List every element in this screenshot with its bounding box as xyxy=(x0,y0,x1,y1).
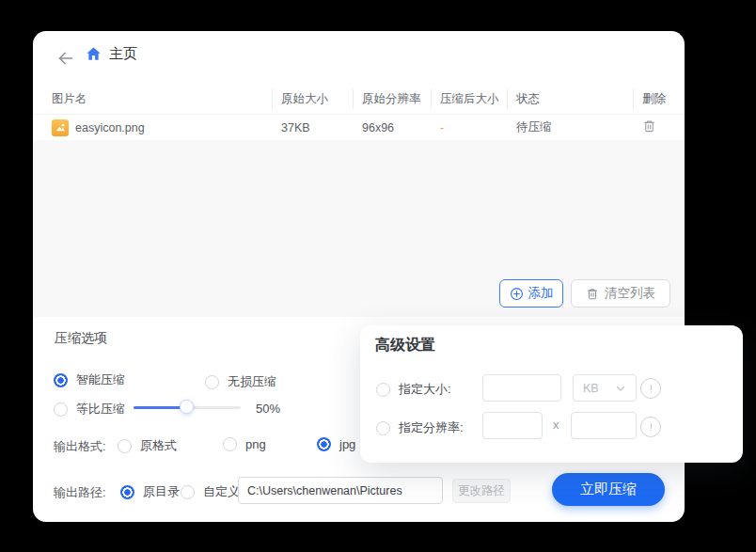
resolution-separator: x xyxy=(553,418,559,432)
radio-specify-resolution[interactable] xyxy=(376,421,390,435)
slider-handle[interactable] xyxy=(180,400,194,414)
resolution-height-input[interactable] xyxy=(571,412,637,439)
back-icon[interactable] xyxy=(55,48,76,69)
col-compressed-size: 压缩后大小 xyxy=(431,85,507,114)
file-original-size: 37KB xyxy=(272,121,353,134)
radio-format-jpg[interactable] xyxy=(317,437,331,451)
format-label: 输出格式: xyxy=(54,438,106,455)
path-original[interactable]: 原目录 xyxy=(120,483,180,500)
home-icon xyxy=(85,45,102,63)
format-original[interactable]: 原格式 xyxy=(118,437,177,454)
clear-list-label: 清空列表 xyxy=(605,285,655,302)
file-name: easyicon.png xyxy=(75,121,145,134)
add-button-label: 添加 xyxy=(528,285,554,302)
table-header: 图片名 原始大小 原始分辨率 压缩后大小 状态 删除 xyxy=(33,85,685,115)
specify-size-option[interactable]: 指定大小: xyxy=(376,381,451,398)
option-lossless-compress[interactable]: 无损压缩 xyxy=(205,373,276,390)
format-png[interactable]: png xyxy=(223,437,266,451)
col-status: 状态 xyxy=(507,85,633,114)
path-label: 输出路径: xyxy=(54,484,106,501)
radio-lossless-label: 无损压缩 xyxy=(228,373,276,390)
image-file-icon xyxy=(52,119,69,136)
size-unit-select[interactable]: KB xyxy=(573,374,637,402)
specify-resolution-option[interactable]: 指定分辨率: xyxy=(376,419,464,436)
radio-smart[interactable] xyxy=(54,373,68,387)
advanced-settings-panel: 高级设置 指定大小: KB 指定分辨率: x xyxy=(360,325,743,463)
resolution-width-input[interactable] xyxy=(482,412,543,439)
change-path-button[interactable]: 更改路径 xyxy=(452,479,511,503)
row-delete-icon[interactable] xyxy=(642,118,656,134)
advanced-title: 高级设置 xyxy=(375,336,435,355)
size-value-input[interactable] xyxy=(482,374,561,402)
size-info-icon[interactable] xyxy=(640,378,661,399)
specify-resolution-label: 指定分辨率: xyxy=(399,419,464,436)
file-original-resolution: 96x96 xyxy=(353,121,431,134)
col-delete: 删除 xyxy=(633,85,685,114)
path-custom-label: 自定义 xyxy=(203,483,240,500)
specify-size-label: 指定大小: xyxy=(399,381,451,398)
size-unit-value: KB xyxy=(583,382,599,395)
format-original-label: 原格式 xyxy=(140,437,177,454)
col-original-resolution: 原始分辨率 xyxy=(353,85,431,114)
radio-lossless[interactable] xyxy=(205,375,219,389)
radio-specify-size[interactable] xyxy=(376,383,390,397)
format-png-label: png xyxy=(245,437,266,451)
format-jpg-label: jpg xyxy=(339,437,355,451)
path-input[interactable] xyxy=(238,477,443,504)
ratio-value: 50% xyxy=(256,402,280,416)
path-custom[interactable]: 自定义 xyxy=(181,483,240,500)
ratio-slider[interactable] xyxy=(134,400,241,415)
file-compressed-size: - xyxy=(431,121,507,134)
page-title: 主页 xyxy=(109,45,137,63)
clear-list-button[interactable]: 清空列表 xyxy=(571,279,670,308)
breadcrumb-home[interactable]: 主页 xyxy=(85,45,137,63)
chevron-down-icon xyxy=(615,383,626,394)
path-original-label: 原目录 xyxy=(143,483,180,500)
format-jpg[interactable]: jpg xyxy=(317,437,355,451)
trash-icon xyxy=(586,287,599,301)
radio-ratio-label: 等比压缩 xyxy=(76,401,125,418)
compress-now-button[interactable]: 立即压缩 xyxy=(552,473,665,506)
plus-circle-icon xyxy=(510,287,524,301)
radio-ratio[interactable] xyxy=(54,402,68,417)
resolution-info-icon[interactable] xyxy=(640,417,661,437)
table-row[interactable]: easyicon.png 37KB 96x96 - 待压缩 xyxy=(33,115,685,140)
radio-path-original[interactable] xyxy=(120,485,134,499)
radio-format-png[interactable] xyxy=(223,437,237,451)
col-image-name: 图片名 xyxy=(33,85,272,114)
radio-path-custom[interactable] xyxy=(181,485,195,499)
file-status: 待压缩 xyxy=(507,119,633,135)
add-button[interactable]: 添加 xyxy=(499,279,563,308)
radio-format-original[interactable] xyxy=(118,439,132,453)
section-title-options: 压缩选项 xyxy=(55,330,107,347)
radio-smart-label: 智能压缩 xyxy=(76,371,125,388)
option-ratio-compress[interactable]: 等比压缩 xyxy=(54,401,125,418)
col-original-size: 原始大小 xyxy=(272,85,353,114)
option-smart-compress[interactable]: 智能压缩 xyxy=(54,371,125,388)
